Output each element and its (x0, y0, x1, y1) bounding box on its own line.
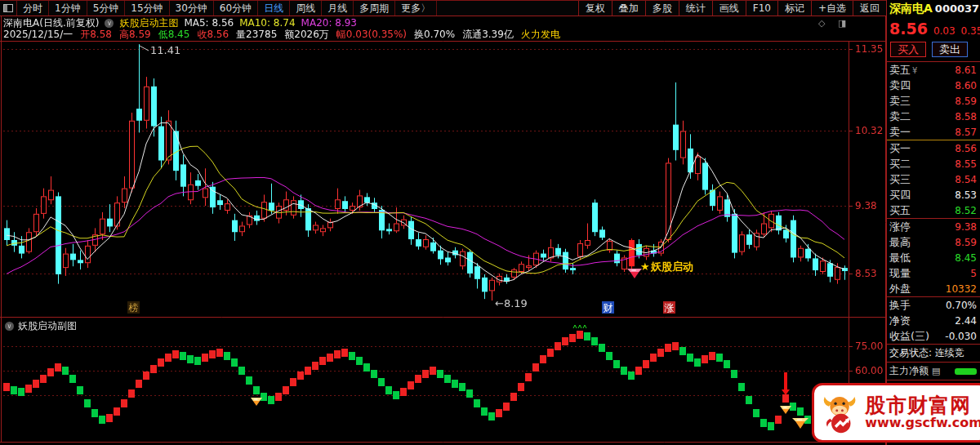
watermark-site-name: 股市财富网 (865, 395, 980, 416)
site-watermark: 股市财富网 www.gscfw.com (812, 383, 980, 443)
quote-segment-8: 幅0.03(0.35%) (336, 28, 407, 42)
bid-value: 8.56 (955, 143, 977, 154)
ask-value: 8.58 (955, 111, 977, 122)
window-layout-icon[interactable] (0, 1, 17, 16)
stat-value: 10332 (946, 283, 977, 295)
period-tab-3[interactable]: 5分钟 (87, 1, 126, 16)
bid-row-3[interactable]: 买三8.54 (887, 171, 980, 187)
bid-label: 买一 (889, 141, 911, 156)
toolbar-button-4[interactable]: 统计 (679, 1, 712, 16)
period-tab-10[interactable]: 多周期 (354, 1, 395, 16)
quote-segment-2: 开8.58 (80, 28, 112, 42)
period-tab-6[interactable]: 60分钟 (214, 1, 258, 16)
quote-segment-4: 低8.45 (158, 28, 190, 42)
quote-segment-6: 量23785 (236, 28, 277, 42)
chart-corner-icons[interactable]: ◇ ◨ (818, 18, 851, 29)
ask-label: 卖四 (889, 78, 911, 93)
quote-segment-5: 收8.56 (197, 28, 229, 42)
toolbar-button-3[interactable]: 多股 (645, 1, 679, 16)
last-price: 8.56 (889, 21, 928, 37)
bid-label: 买四 (889, 188, 911, 202)
period-tab-7[interactable]: 日线 (258, 1, 290, 16)
ask-value: 8.59 (955, 96, 977, 107)
ask-row-3[interactable]: 卖三8.59 (887, 93, 980, 109)
indicator-segment-4: MA5: 8.56 (184, 17, 234, 29)
bid-value: 8.55 (955, 158, 977, 170)
buy-button[interactable]: 买入 (890, 42, 926, 57)
toolbar-button-8[interactable]: +自选 (811, 1, 853, 16)
chevron-down-icon[interactable]: ∨ (105, 19, 114, 28)
stat2-label: 净资 (889, 314, 911, 328)
sell-button[interactable]: 卖出 (932, 42, 968, 57)
period-tab-11[interactable]: 更多〉 (395, 1, 437, 16)
stat-row-4[interactable]: 现量5 (887, 265, 980, 281)
main-net-flow-label: 主力净额 (889, 364, 929, 378)
stat2-label: 收益(三) (889, 329, 929, 344)
period-tab-2[interactable]: 1分钟 (49, 1, 87, 16)
sub-indicator-title: 妖股启动副图 (18, 319, 77, 333)
quote-readout-line: 2025/12/15/一开8.58高8.59低8.45收8.56量23785额2… (3, 29, 560, 40)
toolbar-button-6[interactable]: F10 (746, 1, 777, 16)
ask-value: 8.57 (955, 127, 977, 138)
ask-row-2[interactable]: 卖四8.60 (887, 78, 980, 93)
stat2-value: -0.030 (945, 331, 977, 342)
chevron-down-icon[interactable]: ∨ (5, 322, 14, 331)
stats-block: 涨停9.38最高8.59最低8.45现量5外盘10332 (887, 219, 980, 296)
stat2-row-3[interactable]: 收益(三)-0.030 (887, 328, 980, 344)
stat-row-3[interactable]: 最低8.45 (887, 250, 980, 265)
bid-row-4[interactable]: 买四8.53 (887, 187, 980, 202)
main-indicator-readout: 深南电A(日线.前复权)∨妖股启动主图MA5: 8.56MA10: 8.74MA… (3, 17, 357, 29)
bid-queue: 买一8.56买二8.55买三8.54买四8.53买五8.52 (887, 140, 980, 218)
stat-label: 最高 (889, 235, 911, 250)
stat2-row-2[interactable]: 净资2.44 (887, 313, 980, 328)
sub-indicator-header[interactable]: ∨ 妖股启动副图 (5, 319, 77, 333)
stat-row-2[interactable]: 最高8.59 (887, 234, 980, 250)
stock-chart-canvas[interactable] (0, 0, 886, 445)
stat-label: 外盘 (889, 282, 911, 296)
ask-value: 8.61 (955, 65, 977, 76)
stock-header: 深南电A000037 (887, 0, 980, 16)
stat-row-1[interactable]: 涨停9.38 (887, 219, 980, 234)
ask-label: 卖一 (889, 125, 911, 140)
period-tab-1[interactable]: 分时 (17, 1, 49, 16)
ask-label: 卖三 (889, 94, 911, 109)
stock-code: 000037 (935, 2, 979, 15)
stat-label: 最低 (889, 251, 911, 265)
quote-segment-7: 额2026万 (284, 28, 329, 42)
bid-row-5[interactable]: 买五8.52 (887, 202, 980, 218)
toolbar-button-7[interactable]: 标记 (777, 1, 811, 16)
list-icon: ▤ (932, 366, 940, 376)
currency-icon: ¥ (912, 66, 917, 75)
period-tab-8[interactable]: 周线 (290, 1, 322, 16)
stat-value: 8.45 (955, 252, 977, 264)
ask-row-4[interactable]: 卖二8.58 (887, 109, 980, 124)
ask-value: 8.60 (955, 80, 977, 91)
period-tab-9[interactable]: 月线 (322, 1, 354, 16)
stat2-value: 2.44 (955, 315, 977, 327)
bull-logo-icon (819, 390, 860, 436)
stock-name: 深南电A (889, 2, 933, 15)
bid-label: 买五 (889, 203, 911, 218)
ask-row-1[interactable]: 卖五¥8.61 (887, 62, 980, 78)
ask-row-5[interactable]: 卖一8.57 (887, 124, 980, 140)
stat-row-5[interactable]: 外盘10332 (887, 281, 980, 296)
toolbar-button-2[interactable]: 叠加 (612, 1, 645, 16)
quote-segment-3: 高8.59 (119, 28, 151, 42)
last-price-row: 8.56 0.03 0.35% (887, 16, 980, 38)
main-net-flow-row[interactable]: 主力净额 ▤ (887, 363, 980, 380)
bid-row-2[interactable]: 买二8.55 (887, 156, 980, 171)
indicator-segment-6: MA20: 8.93 (301, 17, 357, 29)
bid-row-1[interactable]: 买一8.56 (887, 140, 980, 156)
quote-panel: 深南电A000037 8.56 0.03 0.35% 买入 卖出 卖五¥8.61… (886, 0, 980, 445)
toolbar-button-9[interactable]: 返回 (853, 1, 886, 16)
stats2-block: 换手0.70%净资2.44收益(三)-0.030 (887, 297, 980, 344)
period-tab-5[interactable]: 30分钟 (170, 1, 214, 16)
toolbar-button-1[interactable]: 复权 (578, 1, 612, 16)
period-tab-4[interactable]: 15分钟 (125, 1, 169, 16)
stat2-label: 换手 (889, 298, 911, 313)
toolbar-button-5[interactable]: 画线 (712, 1, 746, 16)
watermark-url: www.gscfw.com (865, 416, 980, 430)
stat2-value: 0.70% (946, 300, 977, 311)
stat2-row-1[interactable]: 换手0.70% (887, 297, 980, 313)
net-flow-bar (955, 368, 977, 375)
